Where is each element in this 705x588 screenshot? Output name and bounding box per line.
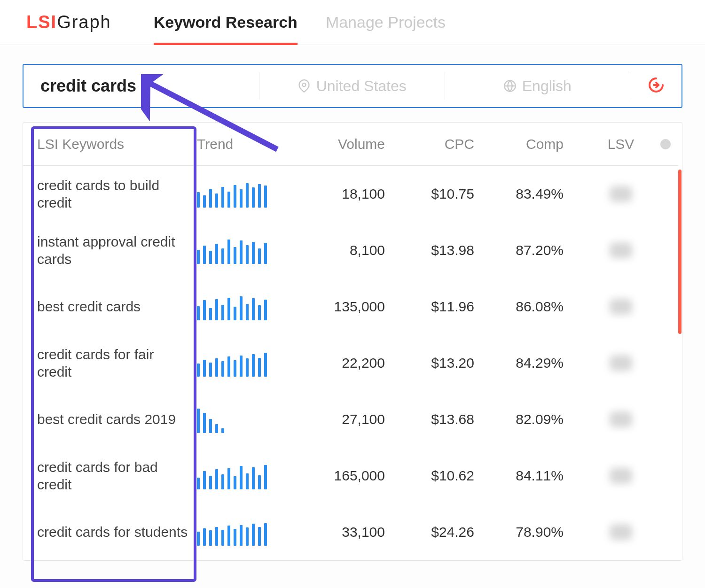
volume-cell: 27,100 bbox=[286, 411, 385, 427]
table-row[interactable]: credit cards to build credit18,100$10.75… bbox=[23, 166, 678, 222]
tab-keyword-research[interactable]: Keyword Research bbox=[154, 0, 298, 45]
trend-bar bbox=[209, 476, 212, 489]
trend-bar bbox=[246, 358, 249, 377]
lsv-blurred-value bbox=[610, 242, 632, 258]
comp-cell: 83.49% bbox=[474, 186, 564, 202]
trend-bar bbox=[234, 185, 236, 208]
cpc-cell: $11.96 bbox=[385, 299, 474, 315]
trend-bar bbox=[264, 465, 267, 489]
col-header-cpc[interactable]: CPC bbox=[385, 136, 474, 152]
trend-bar bbox=[246, 473, 249, 489]
table-row[interactable]: instant approval credit cards8,100$13.98… bbox=[23, 222, 678, 279]
trend-bar bbox=[258, 184, 261, 208]
trend-bar bbox=[209, 189, 212, 208]
trend-bar bbox=[215, 469, 218, 489]
lsv-cell bbox=[564, 242, 678, 258]
trend-bar bbox=[264, 353, 267, 377]
trend-bar bbox=[221, 361, 224, 377]
trend-bar bbox=[258, 248, 261, 264]
cpc-cell: $13.68 bbox=[385, 411, 474, 427]
trend-bar bbox=[240, 189, 243, 208]
col-header-volume[interactable]: Volume bbox=[286, 136, 385, 152]
trend-cell bbox=[197, 237, 286, 264]
trend-cell bbox=[197, 462, 286, 489]
trend-bar bbox=[215, 424, 218, 433]
lsv-cell bbox=[564, 524, 678, 540]
trend-bar bbox=[246, 527, 249, 546]
scrollbar-track[interactable] bbox=[678, 123, 682, 560]
trend-bar bbox=[234, 307, 236, 320]
keyword-cell: credit cards for fair credit bbox=[23, 346, 197, 381]
cpc-cell: $13.20 bbox=[385, 355, 474, 371]
keyword-cell: best credit cards 2019 bbox=[23, 410, 197, 428]
submit-button[interactable] bbox=[630, 72, 682, 100]
trend-bar bbox=[221, 305, 224, 320]
logo: LSIGraph bbox=[26, 12, 111, 32]
trend-bar bbox=[203, 246, 206, 264]
col-header-trend[interactable]: Trend bbox=[197, 136, 286, 152]
trend-bar bbox=[209, 530, 212, 546]
trend-bar bbox=[252, 242, 255, 264]
trend-bar bbox=[234, 529, 236, 546]
volume-cell: 22,200 bbox=[286, 355, 385, 371]
scrollbar-thumb[interactable] bbox=[678, 170, 682, 334]
trend-cell bbox=[197, 349, 286, 377]
trend-bar bbox=[246, 304, 249, 320]
comp-cell: 87.20% bbox=[474, 242, 564, 258]
col-header-lsv[interactable]: LSV bbox=[564, 136, 678, 152]
trend-bar bbox=[197, 306, 200, 320]
trend-bar bbox=[197, 250, 200, 264]
trend-bar bbox=[227, 240, 230, 264]
trend-bar bbox=[215, 244, 218, 264]
table-row[interactable]: best credit cards 201927,100$13.6882.09% bbox=[23, 391, 678, 448]
country-select[interactable]: United States bbox=[259, 72, 445, 100]
trend-bar bbox=[209, 363, 212, 377]
trend-bar bbox=[221, 530, 224, 546]
trend-bar bbox=[240, 356, 243, 377]
language-select[interactable]: English bbox=[445, 72, 630, 100]
table-row[interactable]: best credit cards135,000$11.9686.08% bbox=[23, 279, 678, 335]
keyword-cell: best credit cards bbox=[23, 298, 197, 316]
trend-bar bbox=[203, 471, 206, 489]
trend-bar bbox=[227, 468, 230, 489]
cpc-cell: $10.62 bbox=[385, 468, 474, 484]
table-row[interactable]: credit cards for bad credit165,000$10.62… bbox=[23, 448, 678, 504]
trend-bar bbox=[215, 527, 218, 546]
country-label: United States bbox=[316, 77, 407, 95]
table-header: LSI Keywords Trend Volume CPC Comp LSV bbox=[23, 123, 678, 166]
trend-sparkline bbox=[197, 406, 286, 433]
trend-bar bbox=[197, 478, 200, 489]
trend-sparkline bbox=[197, 518, 286, 546]
trend-sparkline bbox=[197, 293, 286, 320]
cpc-cell: $24.26 bbox=[385, 524, 474, 540]
trend-bar bbox=[203, 360, 206, 377]
trend-bar bbox=[209, 419, 212, 433]
trend-bar bbox=[227, 192, 230, 208]
tab-manage-projects[interactable]: Manage Projects bbox=[326, 0, 446, 45]
trend-bar bbox=[215, 358, 218, 377]
comp-cell: 86.08% bbox=[474, 299, 564, 315]
search-input[interactable] bbox=[24, 76, 259, 96]
lsv-cell bbox=[564, 411, 678, 427]
table-row[interactable]: credit cards for students33,100$24.2678.… bbox=[23, 504, 678, 560]
trend-bar bbox=[258, 305, 261, 320]
cpc-cell: $10.75 bbox=[385, 186, 474, 202]
top-nav: LSIGraph Keyword Research Manage Project… bbox=[0, 0, 705, 45]
trend-bar bbox=[258, 358, 261, 377]
comp-cell: 84.29% bbox=[474, 355, 564, 371]
trend-bar bbox=[227, 298, 230, 320]
trend-bar bbox=[264, 300, 267, 320]
globe-icon bbox=[503, 79, 517, 93]
table-row[interactable]: credit cards for fair credit22,200$13.20… bbox=[23, 335, 678, 391]
submit-arrow-icon bbox=[646, 75, 666, 97]
trend-bar bbox=[240, 466, 243, 489]
trend-bar bbox=[221, 248, 224, 264]
col-header-comp[interactable]: Comp bbox=[474, 136, 564, 152]
trend-bar bbox=[264, 243, 267, 264]
col-header-keywords[interactable]: LSI Keywords bbox=[23, 136, 197, 152]
keyword-cell: credit cards for bad credit bbox=[23, 458, 197, 494]
logo-graph: Graph bbox=[57, 12, 111, 32]
help-icon[interactable] bbox=[660, 139, 671, 149]
trend-bar bbox=[234, 360, 236, 377]
lsv-blurred-value bbox=[610, 468, 632, 484]
